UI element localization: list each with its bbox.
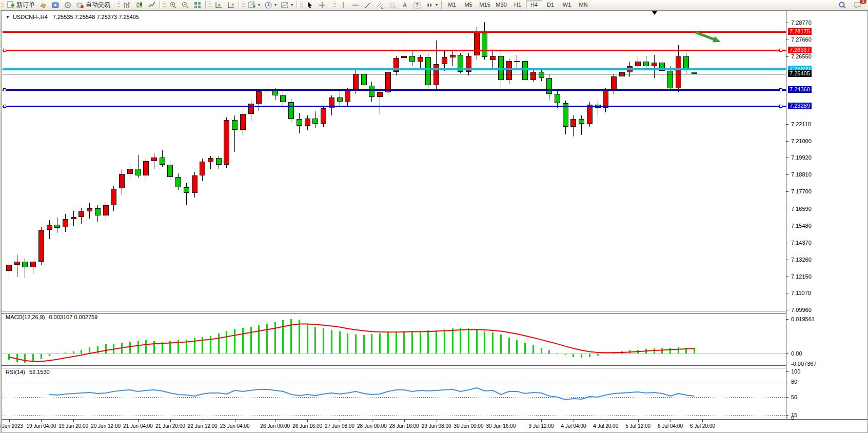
text-button[interactable]: A — [399, 0, 411, 10]
toolbar-group-grip[interactable] — [300, 2, 303, 9]
timeframe-h1-button[interactable]: H1 — [509, 1, 526, 9]
notifications-chat-icon[interactable]: 1 — [852, 0, 864, 10]
timeframe-h4-button[interactable]: H4 — [526, 1, 542, 9]
macd-histogram-bar — [581, 353, 582, 358]
toolbar-separator — [114, 1, 115, 9]
macd-histogram-bar — [153, 341, 155, 353]
current-price-line[interactable] — [3, 74, 786, 74]
time-label: 16 Jun 2023 — [0, 423, 23, 429]
fibo-button[interactable]: F — [386, 0, 399, 10]
toolbar-group-grip[interactable] — [209, 2, 211, 9]
time-tick — [372, 420, 372, 422]
new-order-button[interactable]: 新订单 — [5, 0, 37, 10]
time-axis[interactable]: 16 Jun 202319 Jun 04:0019 Jun 20:0020 Ju… — [2, 419, 867, 432]
horizontal-level-line[interactable] — [3, 31, 786, 33]
channel-button[interactable]: E — [374, 0, 386, 10]
macd-histogram-bar — [484, 331, 485, 353]
candle-body-up — [474, 33, 480, 56]
toolbar-group-grip[interactable] — [333, 2, 336, 9]
candle-body-up — [192, 175, 198, 193]
macd-histogram-bar — [669, 348, 671, 353]
horizontal-level-line[interactable] — [3, 68, 786, 70]
candle-body-up — [63, 219, 68, 227]
shift-chart-button[interactable] — [212, 0, 225, 10]
search-icon[interactable] — [836, 0, 849, 10]
svg-text:T: T — [416, 3, 419, 8]
price-chart-area[interactable] — [2, 11, 786, 311]
candles-chart-button[interactable] — [133, 0, 146, 10]
label-t-button[interactable]: T — [411, 0, 423, 10]
macd-panel[interactable] — [2, 313, 786, 366]
price-level-badge: 7.24360 — [788, 86, 812, 93]
price-tick-label: 7.27660 — [791, 36, 812, 43]
timeframe-m5-button[interactable]: M5 — [460, 1, 477, 9]
market-button[interactable] — [37, 0, 49, 10]
shapes-button[interactable]: ▾ — [423, 0, 440, 10]
macd-histogram-bar — [145, 340, 147, 353]
hline-button[interactable] — [349, 0, 362, 10]
bars-chart-button[interactable] — [121, 0, 133, 10]
price-tick-dash — [786, 260, 788, 260]
chart-window[interactable]: ▼ USDCNH-,H4 7.25535 7.25548 7.25373 7.2… — [1, 10, 868, 433]
toolbar-separator — [160, 1, 161, 9]
line-handle[interactable] — [3, 105, 6, 108]
line-handle[interactable] — [779, 105, 782, 108]
candle-body-up — [530, 72, 536, 80]
price-tick-dash — [786, 174, 788, 175]
line-handle[interactable] — [3, 88, 6, 91]
line-handle[interactable] — [3, 49, 6, 52]
crosshair-button[interactable] — [316, 0, 328, 10]
macd-histogram-bar — [468, 328, 469, 353]
toolbar-group-grip[interactable] — [1, 2, 4, 9]
timeframe-mn-button[interactable]: MN — [575, 1, 591, 9]
macd-histogram-bar — [355, 334, 357, 353]
new-chart-button[interactable]: ▾ — [246, 0, 262, 10]
time-tick — [106, 420, 106, 422]
price-axis[interactable]: 7.287707.276607.265507.221107.210007.199… — [786, 11, 867, 419]
auto-scroll-button[interactable] — [225, 0, 237, 10]
horizontal-level-line[interactable] — [3, 106, 786, 107]
price-tick-label: 7.17700 — [791, 188, 812, 194]
candle-body-up — [6, 265, 12, 271]
rsi-tick-dash — [786, 418, 788, 418]
candle-wick — [581, 115, 582, 135]
zoom-in-button[interactable] — [167, 0, 179, 10]
candle-body-up — [71, 217, 76, 220]
time-label: 30 Jun 16:00 — [486, 423, 516, 429]
chart-shift-marker[interactable] — [652, 11, 657, 15]
timeframe-w1-button[interactable]: W1 — [559, 1, 575, 9]
timeframe-d1-button[interactable]: D1 — [542, 1, 559, 9]
cursor-button[interactable] — [304, 0, 316, 10]
macd-zero-line — [3, 353, 786, 354]
macd-histogram-bar — [476, 329, 478, 353]
candle-body-up — [240, 114, 246, 130]
toolbar-group-grip[interactable] — [242, 2, 245, 9]
tile-windows-button[interactable] — [191, 0, 204, 10]
vline-button[interactable] — [337, 0, 349, 10]
macd-histogram-bar — [532, 345, 534, 353]
data-window-button[interactable] — [49, 0, 62, 10]
timeframe-m1-button[interactable]: M1 — [444, 1, 460, 9]
timeframe-m15-button[interactable]: M15 — [477, 1, 493, 9]
horizontal-level-line[interactable] — [3, 50, 786, 51]
template-button[interactable]: ▾ — [279, 0, 295, 10]
toolbar-group-grip[interactable] — [163, 2, 166, 9]
autotrade-button[interactable]: 自动交易 — [74, 0, 112, 10]
macd-histogram-bar — [113, 344, 114, 353]
trendline-button[interactable] — [362, 0, 374, 10]
macd-histogram-bar — [411, 331, 413, 353]
candle-body-up — [652, 63, 657, 66]
signals-button[interactable] — [62, 0, 74, 10]
horizontal-level-line[interactable] — [3, 89, 786, 91]
toolbar-group-grip[interactable] — [117, 2, 120, 9]
macd-histogram-bar — [89, 347, 90, 353]
timeframe-m30-button[interactable]: M30 — [493, 1, 509, 9]
periods-button[interactable]: ▾ — [262, 0, 279, 10]
macd-histogram-bar — [258, 325, 260, 353]
line-chart-button[interactable] — [146, 0, 158, 10]
macd-histogram-bar — [444, 329, 445, 353]
line-handle[interactable] — [779, 88, 782, 91]
rsi-panel[interactable] — [2, 367, 786, 419]
zoom-out-button[interactable] — [179, 0, 191, 10]
line-handle[interactable] — [779, 49, 782, 52]
